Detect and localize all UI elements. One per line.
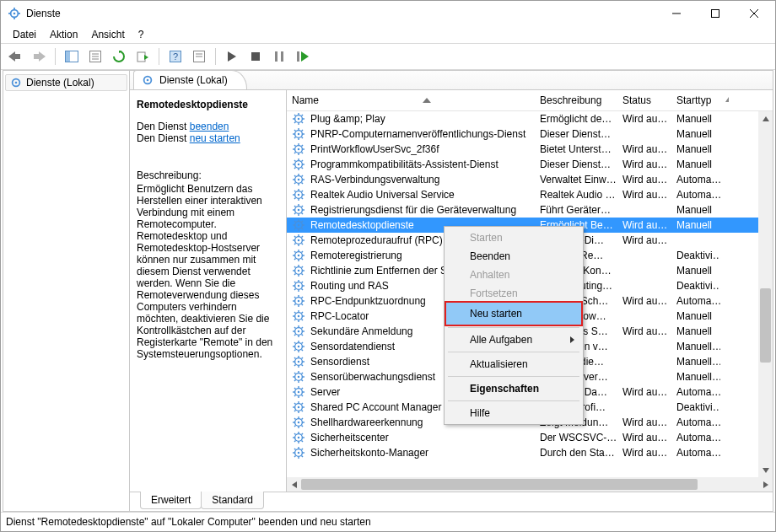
svg-marker-39 bbox=[725, 97, 729, 102]
svg-line-226 bbox=[294, 388, 295, 389]
menu-action[interactable]: Aktion bbox=[43, 27, 84, 42]
show-hide-tree-button[interactable] bbox=[61, 46, 83, 67]
svg-line-249 bbox=[294, 426, 295, 427]
service-row[interactable]: Registrierungsdienst für die Geräteverwa… bbox=[287, 202, 758, 218]
scroll-right-icon[interactable] bbox=[758, 477, 773, 492]
services-app-icon bbox=[8, 7, 21, 20]
restart-button[interactable] bbox=[292, 46, 314, 67]
svg-line-227 bbox=[302, 395, 303, 396]
export-button[interactable] bbox=[132, 46, 154, 67]
header-status-label: Status bbox=[622, 94, 651, 106]
svg-point-61 bbox=[298, 148, 299, 150]
service-desc: Realtek Audio … bbox=[540, 189, 615, 201]
svg-point-81 bbox=[298, 179, 299, 180]
help-button[interactable]: ? bbox=[164, 46, 186, 67]
back-button[interactable] bbox=[4, 46, 26, 67]
tab-standard[interactable]: Standard bbox=[201, 492, 264, 509]
titlebar: Dienste bbox=[1, 1, 775, 26]
statusbar: Dienst "Remotedesktopdienste" auf "Lokal… bbox=[1, 512, 775, 531]
svg-line-136 bbox=[294, 251, 295, 252]
close-button[interactable] bbox=[735, 1, 773, 26]
header-name[interactable]: Name bbox=[287, 90, 535, 110]
ctx-help[interactable]: Hilfe bbox=[446, 404, 581, 422]
svg-line-56 bbox=[294, 130, 295, 131]
service-row[interactable]: Sicherheitskonto-ManagerDurch den Sta…Wi… bbox=[287, 445, 758, 460]
vertical-scrollbar[interactable] bbox=[758, 111, 773, 477]
menu-help[interactable]: ? bbox=[132, 27, 151, 42]
scrollbar-thumb[interactable] bbox=[760, 288, 771, 363]
svg-line-139 bbox=[294, 259, 295, 260]
tab-extended[interactable]: Erweitert bbox=[140, 492, 202, 509]
service-name: Richtlinie zum Entfernen der Sc bbox=[310, 265, 452, 277]
service-start: Manuell bbox=[676, 113, 712, 125]
ctx-refresh[interactable]: Aktualisieren bbox=[446, 355, 581, 373]
service-desc: Dieser Dienst… bbox=[540, 128, 611, 140]
header-status[interactable]: Status bbox=[617, 90, 671, 110]
ctx-stop-label: Beenden bbox=[470, 250, 510, 262]
service-row[interactable]: PNRP-Computernamenveröffentlichungs-Dien… bbox=[287, 126, 758, 142]
services-icon bbox=[9, 76, 23, 89]
refresh-button[interactable] bbox=[108, 46, 130, 67]
service-icon bbox=[292, 249, 305, 262]
service-status: Wird au… bbox=[622, 113, 667, 125]
menu-view[interactable]: Ansicht bbox=[84, 27, 131, 42]
service-row[interactable]: PrintWorkflowUserSvc_2f36fBietet Unterst… bbox=[287, 142, 758, 157]
service-icon bbox=[292, 355, 305, 368]
header-name-label: Name bbox=[292, 94, 319, 106]
svg-line-178 bbox=[302, 312, 303, 313]
svg-line-199 bbox=[294, 350, 295, 351]
tab-services-local[interactable]: Dienste (Lokal) bbox=[133, 70, 247, 89]
service-row[interactable]: Plug &amp; PlayErmöglicht de…Wird au…Man… bbox=[287, 111, 758, 126]
scroll-up-icon[interactable] bbox=[758, 111, 773, 126]
svg-line-99 bbox=[294, 198, 295, 199]
service-start: Deaktivi… bbox=[676, 401, 720, 413]
svg-point-37 bbox=[147, 79, 149, 82]
toolbar-separator bbox=[159, 48, 159, 65]
scroll-down-icon[interactable] bbox=[758, 463, 773, 477]
restart-link[interactable]: neu starten bbox=[190, 132, 240, 144]
menu-file[interactable]: Datei bbox=[6, 27, 43, 42]
play-button[interactable] bbox=[221, 46, 243, 67]
stop-link[interactable]: beenden bbox=[190, 121, 229, 132]
properties-button[interactable] bbox=[84, 46, 106, 67]
header-starttype[interactable]: Starttyp bbox=[671, 90, 720, 110]
service-row[interactable]: Programmkompatibilitäts-Assistent-Dienst… bbox=[287, 157, 758, 172]
stop-prefix: Den Dienst bbox=[137, 121, 190, 132]
horizontal-scrollbar[interactable] bbox=[287, 477, 773, 492]
service-status: Wird au… bbox=[622, 447, 667, 459]
svg-line-59 bbox=[294, 137, 295, 138]
ctx-properties[interactable]: Eigenschaften bbox=[446, 379, 581, 398]
ctx-start-label: Starten bbox=[470, 232, 503, 244]
bottom-tabstrip: Erweitert Standard bbox=[130, 492, 773, 511]
service-start: Automa… bbox=[676, 189, 720, 201]
svg-point-231 bbox=[298, 406, 299, 408]
scrollbar-thumb[interactable] bbox=[301, 479, 698, 490]
ctx-pause: Anhalten bbox=[446, 266, 581, 284]
navigation-pane: Dienste (Lokal) bbox=[3, 71, 130, 511]
minimize-button[interactable] bbox=[657, 1, 696, 26]
ctx-stop[interactable]: Beenden bbox=[446, 247, 581, 266]
scroll-left-icon[interactable] bbox=[287, 477, 301, 492]
svg-line-119 bbox=[294, 228, 295, 229]
service-name: Sensordienst bbox=[310, 356, 369, 368]
svg-line-97 bbox=[302, 198, 303, 199]
ctx-restart[interactable]: Neu starten bbox=[445, 301, 583, 326]
ctx-all-tasks[interactable]: Alle Aufgaben bbox=[446, 330, 581, 349]
forward-button[interactable] bbox=[28, 46, 50, 67]
list-pane: Name Beschreibung Status Starttyp Plug &… bbox=[287, 90, 773, 492]
pause-button[interactable] bbox=[268, 46, 290, 67]
description-text: Ermöglicht Benutzern das Herstellen eine… bbox=[137, 183, 278, 360]
maximize-button[interactable] bbox=[696, 1, 735, 26]
service-start: Deaktivi… bbox=[676, 280, 720, 292]
nav-services-local[interactable]: Dienste (Lokal) bbox=[5, 74, 127, 91]
service-status: Wird au… bbox=[622, 234, 667, 246]
service-row[interactable]: SicherheitscenterDer WSCSVC-…Wird au…Aut… bbox=[287, 430, 758, 445]
svg-line-47 bbox=[302, 122, 303, 123]
help-topics-button[interactable] bbox=[188, 46, 210, 67]
service-icon bbox=[292, 279, 305, 293]
service-row[interactable]: Realtek Audio Universal ServiceRealtek A… bbox=[287, 187, 758, 202]
service-row[interactable]: RAS-VerbindungsverwaltungVerwaltet Einw…… bbox=[287, 172, 758, 187]
service-start: Automa… bbox=[676, 447, 720, 459]
header-description[interactable]: Beschreibung bbox=[535, 90, 617, 110]
stop-button[interactable] bbox=[245, 46, 267, 67]
